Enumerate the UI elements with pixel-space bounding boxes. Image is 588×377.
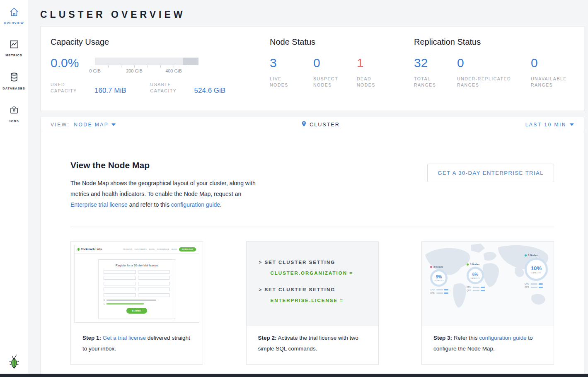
description-text: The Node Map shows the geographical layo…	[70, 180, 256, 197]
description-text: and refer to this	[129, 201, 169, 208]
time-range-dropdown[interactable]: LAST 10 MIN	[525, 122, 574, 128]
region-qps-label: QPS	[467, 289, 472, 292]
node-dot-icon	[467, 263, 469, 266]
bottom-bar	[0, 374, 588, 377]
view-toolbar: VIEW: NODE MAP CLUSTER LAST 10 MIN	[40, 117, 584, 132]
bug-icon	[77, 248, 80, 251]
sidebar-item-label: DATABASES	[2, 87, 25, 90]
region-cpu-label: CPU	[525, 283, 530, 285]
node-dot-icon	[430, 266, 432, 268]
region-nodes-label: 3 Nodes	[470, 263, 479, 266]
capacity-used-percent: 0.0%	[51, 57, 95, 69]
map-region-3: 3 Nodes 10% CAPACITY CPU QPS	[525, 254, 548, 288]
unavailable-ranges-stat: 0 UNAVAILABLE RANGES	[531, 57, 572, 88]
configuration-guide-link[interactable]: configuration guide	[171, 201, 220, 208]
chevron-down-icon	[570, 123, 574, 126]
caption-text: Refer this	[454, 335, 478, 341]
region-cpu-label: CPU	[467, 286, 472, 288]
live-nodes-value: 3	[270, 57, 313, 69]
capacity-bar-chart: 0 GiB 200 GiB 400 GiB	[95, 58, 198, 74]
node-map-panel: View the Node Map The Node Map shows the…	[40, 132, 584, 377]
main-content: CLUSTER OVERVIEW Capacity Usage 0.0%	[28, 0, 588, 377]
mini-nav-item: DOCS	[149, 248, 155, 250]
region-capacity-percent: 10%	[531, 265, 542, 271]
breadcrumb-cluster-label: CLUSTER	[310, 122, 339, 128]
sidebar-item-overview[interactable]: OVERVIEW	[0, 0, 28, 32]
sidebar-item-databases[interactable]: DATABASES	[0, 65, 28, 98]
unavailable-ranges-label: UNAVAILABLE RANGES	[531, 76, 572, 88]
map-region-1: 3 Nodes 9% CAPACITY CPU QPS	[430, 266, 448, 294]
used-capacity-value: 160.7 MiB	[94, 87, 126, 94]
replication-status-title: Replication Status	[414, 37, 574, 47]
mini-trial-form: Register for a 30-day trial license SUBM…	[98, 259, 175, 319]
capacity-bar-segment	[183, 58, 198, 65]
usable-capacity-value: 524.6 GiB	[194, 87, 226, 94]
mini-download-button: DOWNLOAD	[179, 247, 196, 251]
step-label: Step 2:	[258, 335, 277, 341]
cockroach-labs-logo[interactable]	[0, 354, 28, 370]
sidebar: OVERVIEW METRICS DATABASES JOBS	[0, 0, 28, 374]
node-status-title: Node Status	[270, 37, 414, 47]
home-icon	[9, 7, 19, 18]
code-argument: ENTERPRISE.LICENSE =	[271, 298, 378, 303]
database-icon	[9, 72, 19, 84]
sidebar-item-jobs[interactable]: JOBS	[0, 98, 28, 130]
metrics-icon	[9, 40, 19, 51]
total-ranges-label: TOTAL RANGES	[414, 76, 440, 88]
step2-caption: Step 2: Activate the trial license with …	[247, 326, 378, 364]
sidebar-item-label: METRICS	[5, 53, 22, 57]
region-qps-label: QPS	[525, 286, 530, 288]
chevron-down-icon	[111, 123, 116, 126]
code-command: > SET CLUSTER SETTING	[259, 287, 378, 292]
step1-caption: Step 1: Get a trial license delivered st…	[71, 326, 203, 364]
cluster-summary-card: Capacity Usage 0.0% 0 GiB 200 GiB	[40, 26, 584, 111]
region-capacity-percent: 9%	[436, 275, 442, 279]
total-ranges-value: 32	[414, 57, 457, 69]
suspect-nodes-stat: 0 SUSPECT NODES	[313, 57, 357, 88]
under-replicated-ranges-value: 0	[457, 57, 531, 69]
briefcase-icon	[9, 105, 19, 116]
view-label: VIEW:	[51, 122, 70, 128]
step3-caption: Step 3: Refer this configuration guide t…	[422, 326, 554, 364]
region-capacity-percent: 6%	[472, 272, 478, 277]
description-text: .	[220, 201, 222, 208]
capacity-usage-section: Capacity Usage 0.0% 0 GiB 200 GiB	[51, 37, 270, 111]
enterprise-trial-license-link[interactable]: Enterprise trial license	[70, 201, 128, 208]
suspect-nodes-label: SUSPECT NODES	[313, 76, 339, 88]
mini-nav-item: PRODUCT	[123, 248, 132, 250]
mini-nav-item: CUSTOMERS	[135, 248, 147, 250]
region-capacity-label: CAPACITY	[470, 277, 480, 279]
capacity-tick-400: 400 GiB	[165, 68, 182, 73]
capacity-tick-0: 0 GiB	[89, 68, 101, 73]
code-command: > SET CLUSTER SETTING	[259, 260, 378, 265]
mini-form-title: Register for a 30-day trial license	[104, 264, 170, 267]
dead-nodes-stat: 1 DEAD NODES	[357, 57, 400, 88]
view-selector-dropdown[interactable]: NODE MAP	[74, 122, 116, 128]
node-map-description: The Node Map shows the geographical layo…	[70, 178, 264, 210]
mini-nav-item: RESOURCES	[157, 248, 169, 250]
under-replicated-ranges-label: UNDER-REPLICATED RANGES	[457, 76, 523, 88]
step-label: Step 1:	[82, 335, 101, 341]
mini-submit-button: SUBMIT	[126, 308, 148, 314]
sidebar-item-label: JOBS	[9, 119, 19, 123]
dead-nodes-value: 1	[357, 57, 400, 69]
map-region-2: 3 Nodes 6% CAPACITY CPU QPS	[467, 263, 485, 292]
step2-code-block: > SET CLUSTER SETTING CLUSTER.ORGANIZATI…	[247, 242, 378, 326]
node-status-section: Node Status 3 LIVE NODES 0 SUSPECT NODES…	[270, 37, 414, 111]
sidebar-item-label: OVERVIEW	[4, 21, 24, 25]
unavailable-ranges-value: 0	[531, 57, 572, 69]
capacity-tick-200: 200 GiB	[126, 68, 143, 73]
enterprise-trial-button[interactable]: GET A 30-DAY ENTERPRISE TRIAL	[427, 164, 554, 182]
region-nodes-label: 3 Nodes	[528, 254, 537, 256]
region-capacity-label: CAPACITY	[531, 272, 541, 274]
get-trial-license-link[interactable]: Get a trial license	[103, 335, 146, 341]
configuration-guide-link[interactable]: configuration guide	[479, 335, 526, 341]
live-nodes-label: LIVE NODES	[270, 76, 295, 88]
usable-capacity-label: USABLE CAPACITY	[150, 82, 183, 94]
mini-cockroach-logo: Cockroach Labs	[77, 248, 102, 251]
node-dot-icon	[525, 254, 527, 256]
under-replicated-ranges-stat: 0 UNDER-REPLICATED RANGES	[457, 57, 531, 88]
total-ranges-stat: 32 TOTAL RANGES	[414, 57, 457, 88]
region-capacity-label: CAPACITY	[434, 280, 444, 282]
sidebar-item-metrics[interactable]: METRICS	[0, 32, 28, 65]
